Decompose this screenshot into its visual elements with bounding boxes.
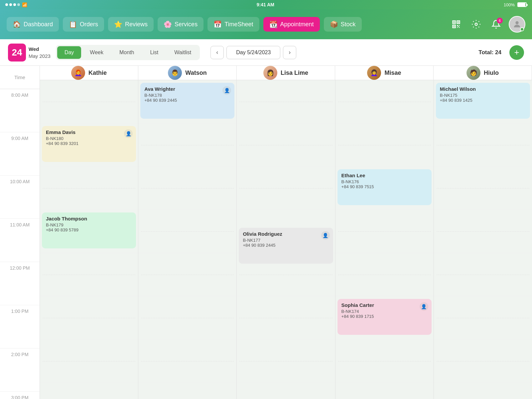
watson-row-1 [138, 123, 236, 167]
misae-row-2: Ethan Lee B-NK176 +84 90 839 7515 [335, 167, 434, 210]
appt-code: B-NK175 [440, 93, 526, 98]
misae-row-1 [335, 123, 434, 167]
misae-row-5: Sophia Carter B-NK174 +84 90 839 1715 👤 [335, 296, 434, 339]
staff-column-hiu: Michael Wilson B-NK175 +84 90 839 1425 [434, 80, 532, 399]
misae-row-4 [335, 253, 434, 296]
kathie-row-7 [40, 383, 138, 399]
nav-timesheet-label: TimeSheet [224, 21, 253, 28]
appt-code: B-NK180 [46, 136, 132, 141]
kathie-row-6 [40, 339, 138, 383]
appt-code: B-NK177 [243, 238, 329, 243]
lisa-row-7 [237, 383, 335, 399]
lisa-row-5 [237, 296, 335, 339]
staff-name-hiu: Hiulo [484, 69, 499, 76]
misae-row-3 [335, 210, 434, 253]
nav-dashboard-label: Dashboard [24, 21, 53, 28]
svg-rect-1 [454, 22, 455, 23]
nav-services-label: Services [175, 21, 198, 28]
time-slot-800: 8:00 AM [0, 89, 40, 132]
services-icon: 🌸 [164, 20, 172, 28]
next-day-button[interactable]: › [283, 46, 296, 59]
add-appointment-button[interactable]: + [509, 45, 524, 60]
appointment-icon: 📆 [269, 20, 278, 28]
view-tab-week[interactable]: Week [82, 46, 111, 59]
online-indicator [520, 27, 524, 31]
status-left: 📶 [5, 2, 27, 7]
appt-ava-wrighter[interactable]: Ava Wrighter B-NK178 +84 90 839 2445 👤 [140, 83, 234, 119]
wifi-icon: 📶 [22, 2, 27, 7]
watson-row-4 [138, 253, 236, 296]
time-slot-1300: 1:00 PM [0, 305, 40, 348]
view-tab-waitlist[interactable]: Waitlist [167, 46, 199, 59]
misae-row-7 [335, 383, 434, 399]
time-column: Time 8:00 AM 9:00 AM 10:00 AM 11:00 AM 1… [0, 66, 40, 399]
kathie-row-4 [40, 253, 138, 296]
staff-header-row: 👩‍🦰 Kathie 👨 Watson 👩 Lisa Lime 👩‍🦱 Misa… [40, 66, 532, 80]
staff-name-lisa: Lisa Lime [281, 69, 308, 76]
prev-day-button[interactable]: ‹ [210, 46, 224, 59]
appt-ethan-lee[interactable]: Ethan Lee B-NK176 +84 90 839 7515 [337, 169, 432, 205]
settings-button[interactable] [469, 17, 483, 32]
notifications-button[interactable]: 6 [489, 17, 503, 32]
kathie-row-0 [40, 80, 138, 123]
nav-stock[interactable]: 📦 Stock [324, 17, 362, 32]
current-date-display: Day 5/24/2023 [226, 46, 280, 59]
view-tab-list[interactable]: List [143, 46, 166, 59]
time-slot-1500: 3:00 PM [0, 392, 40, 399]
misae-row-0 [335, 80, 434, 123]
nav-stock-label: Stock [341, 21, 356, 28]
orders-icon: 📋 [69, 20, 77, 28]
signal-dots [5, 3, 20, 6]
kathie-row-3: Jacob Thompson B-NK179 +84 90 839 5789 [40, 210, 138, 253]
view-tab-day[interactable]: Day [57, 46, 81, 59]
time-slot-1000: 10:00 AM [0, 176, 40, 219]
avatar-lisa: 👩 [263, 66, 277, 80]
time-slot-1100: 11:00 AM [0, 219, 40, 262]
appt-phone: +84 90 839 2445 [144, 98, 230, 103]
date-dow: Wed [29, 46, 51, 53]
battery-percent: 100% [504, 2, 515, 7]
time-label: Time [0, 66, 40, 89]
staff-name-watson: Watson [185, 69, 206, 76]
hiu-row-1 [434, 123, 532, 167]
appt-person-icon: 👤 [321, 231, 330, 240]
hiu-row-6 [434, 339, 532, 383]
hiu-row-7 [434, 383, 532, 399]
nav-orders[interactable]: 📋 Orders [63, 17, 104, 32]
appt-phone: +84 90 839 7515 [341, 184, 428, 189]
staff-column-watson: Ava Wrighter B-NK178 +84 90 839 2445 👤 [138, 80, 237, 399]
appt-name: Olivia Rodriguez [243, 231, 329, 237]
kathie-row-5 [40, 296, 138, 339]
staff-header-kathie: 👩‍🦰 Kathie [40, 66, 138, 80]
dashboard-icon: 🏠 [13, 20, 21, 28]
staff-name-misae: Misae [384, 69, 401, 76]
nav-reviews-label: Reviews [125, 21, 148, 28]
view-tab-month[interactable]: Month [112, 46, 141, 59]
nav-services[interactable]: 🌸 Services [158, 17, 203, 32]
total-label: Total: 24 [478, 49, 501, 56]
svg-rect-7 [459, 25, 460, 26]
appt-sophia-carter[interactable]: Sophia Carter B-NK174 +84 90 839 1715 👤 [337, 299, 432, 335]
date-badge: 24 Wed May 2023 [8, 44, 51, 62]
status-right: 100% [504, 2, 527, 7]
staff-header-watson: 👨 Watson [138, 66, 237, 80]
misae-row-6 [335, 339, 434, 383]
appt-michael-wilson[interactable]: Michael Wilson B-NK175 +84 90 839 1425 [436, 83, 530, 119]
date-month: May 2023 [29, 53, 51, 60]
appt-phone: +84 90 839 2445 [243, 243, 329, 248]
nav-dashboard[interactable]: 🏠 Dashboard [7, 17, 59, 32]
appt-phone: +84 90 839 5789 [46, 227, 132, 232]
qr-button[interactable] [449, 17, 464, 32]
watson-row-5 [138, 296, 236, 339]
nav-orders-label: Orders [80, 21, 98, 28]
lisa-row-2 [237, 167, 335, 210]
user-avatar-button[interactable] [509, 16, 525, 33]
appt-name: Jacob Thompson [46, 216, 132, 221]
nav-appointment[interactable]: 📆 Appointment [263, 17, 320, 32]
appt-name: Sophia Carter [341, 302, 428, 308]
appt-olivia-rodriguez[interactable]: Olivia Rodriguez B-NK177 +84 90 839 2445… [239, 228, 333, 264]
nav-timesheet[interactable]: 📅 TimeSheet [207, 17, 259, 32]
nav-reviews[interactable]: ⭐ Reviews [108, 17, 154, 32]
appt-jacob-thompson[interactable]: Jacob Thompson B-NK179 +84 90 839 5789 [42, 212, 136, 248]
appt-emma-davis[interactable]: Emma Davis B-NK180 +84 90 839 3201 👤 [42, 126, 136, 162]
